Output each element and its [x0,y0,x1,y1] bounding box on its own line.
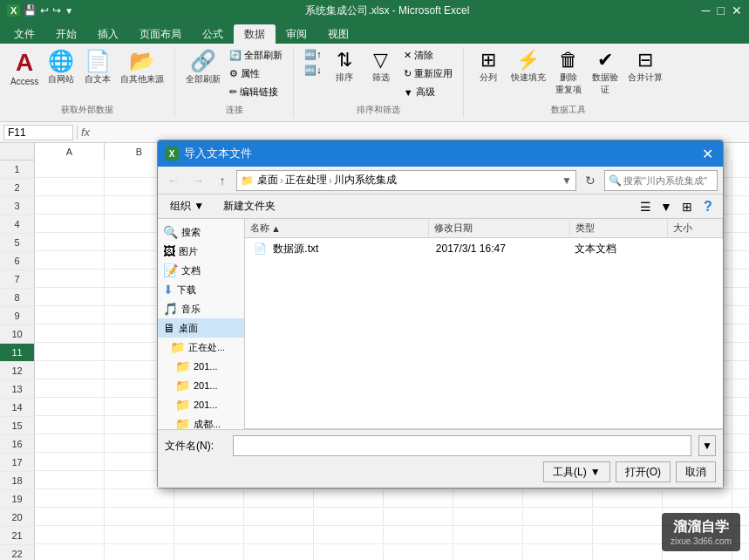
spreadsheet-cell[interactable] [384,509,453,526]
remove-duplicates-button[interactable]: 🗑 删除 重复项 [551,47,586,99]
col-header-name[interactable]: 名称 ▲ [245,219,429,237]
spreadsheet-cell[interactable] [593,545,663,560]
spreadsheet-cell[interactable] [732,307,749,324]
spreadsheet-cell[interactable] [174,490,244,508]
address-refresh-button[interactable]: ↻ [580,170,601,191]
spreadsheet-cell[interactable] [244,527,314,544]
nav-item-docs[interactable]: 📝 文档 [158,261,244,280]
spreadsheet-cell[interactable] [453,509,523,526]
close-button[interactable]: ✕ [732,3,742,17]
spreadsheet-cell[interactable] [732,234,749,251]
cancel-button[interactable]: 取消 [676,461,716,482]
reapply-button[interactable]: ↻ 重新应用 [400,65,456,82]
sort-button[interactable]: ⇅ 排序 [327,47,362,87]
quick-access-dropdown[interactable]: ▼ [65,6,73,16]
access-button[interactable]: A Access [7,47,42,90]
nav-item-folder3[interactable]: 📁 201... [158,395,244,414]
dialog-close-button[interactable]: ✕ [698,145,716,162]
tools-button[interactable]: 工具(L) ▼ [543,461,610,482]
spreadsheet-cell[interactable] [732,417,749,434]
spreadsheet-cell[interactable] [732,270,749,288]
col-header-type[interactable]: 类型 [570,219,668,237]
view-details-button[interactable]: ⊞ [678,197,697,216]
split-columns-button[interactable]: ⊞ 分列 [471,47,506,87]
clear-button[interactable]: ✕ 清除 [400,47,456,64]
spreadsheet-cell[interactable] [523,490,593,508]
spreadsheet-cell[interactable] [35,454,105,471]
spreadsheet-cell[interactable] [732,435,749,453]
refresh-all-button[interactable]: 🔄 全部刷新 [226,47,286,64]
edit-links-button[interactable]: ✏ 编辑链接 [226,84,286,100]
flash-fill-button[interactable]: ⚡ 快速填充 [507,47,549,87]
minimize-button[interactable]: ─ [702,3,711,17]
spreadsheet-cell[interactable] [732,344,749,361]
nav-up-button[interactable]: ↑ [212,170,233,191]
spreadsheet-cell[interactable] [174,527,244,544]
spreadsheet-cell[interactable] [35,160,105,178]
nav-item-folder1[interactable]: 📁 201... [158,357,244,376]
spreadsheet-cell[interactable] [35,215,105,233]
maximize-button[interactable]: □ [718,3,725,17]
address-dropdown-button[interactable]: ▼ [562,174,572,187]
spreadsheet-cell[interactable] [35,252,105,270]
name-box[interactable] [3,125,73,140]
spreadsheet-cell[interactable] [35,344,105,361]
nav-item-processing[interactable]: 📁 正在处... [158,338,244,357]
spreadsheet-cell[interactable] [732,289,749,306]
filename-dropdown-button[interactable]: ▼ [698,435,716,456]
spreadsheet-cell[interactable] [105,545,174,560]
spreadsheet-cell[interactable] [105,509,174,526]
col-header-date[interactable]: 修改日期 [429,219,570,237]
spreadsheet-cell[interactable] [35,417,105,434]
spreadsheet-cell[interactable] [35,325,105,343]
nav-item-chengdu[interactable]: 📁 成都... [158,414,244,429]
spreadsheet-cell[interactable] [105,490,174,508]
spreadsheet-cell[interactable] [314,490,384,508]
filename-input[interactable] [233,435,691,456]
spreadsheet-cell[interactable] [593,509,663,526]
quick-access-undo[interactable]: ↩ [40,4,49,17]
spreadsheet-cell[interactable] [732,490,749,508]
spreadsheet-cell[interactable] [523,527,593,544]
tab-insert[interactable]: 插入 [87,24,129,44]
col-header-size[interactable]: 大小 [668,219,723,237]
search-input[interactable] [623,175,711,186]
spreadsheet-cell[interactable] [314,527,384,544]
spreadsheet-cell[interactable] [384,527,453,544]
nav-item-search[interactable]: 🔍 搜索 [158,222,244,242]
properties-button[interactable]: ⚙ 属性 [226,65,286,82]
spreadsheet-cell[interactable] [35,270,105,288]
filter-button[interactable]: ▽ 筛选 [364,47,398,87]
spreadsheet-cell[interactable] [35,380,105,398]
spreadsheet-cell[interactable] [35,307,105,324]
tab-pagelayout[interactable]: 页面布局 [129,24,192,44]
tab-formulas[interactable]: 公式 [192,24,234,44]
tab-data[interactable]: 数据 [234,24,276,44]
spreadsheet-cell[interactable] [593,490,663,508]
spreadsheet-cell[interactable] [244,509,314,526]
spreadsheet-cell[interactable] [593,527,663,544]
view-list-button[interactable]: ☰ [636,197,655,216]
spreadsheet-cell[interactable] [35,527,105,544]
spreadsheet-cell[interactable] [35,435,105,453]
tab-home[interactable]: 开始 [45,24,87,44]
spreadsheet-cell[interactable] [105,527,174,544]
nav-back-button[interactable]: ← [163,170,184,191]
new-folder-button[interactable]: 新建文件夹 [216,197,283,215]
spreadsheet-cell[interactable] [732,399,749,416]
quick-access-redo[interactable]: ↪ [52,4,61,17]
spreadsheet-cell[interactable] [732,362,749,379]
consolidate-button[interactable]: ⊟ 合并计算 [624,47,666,87]
text-button[interactable]: 📄 自文本 [80,47,115,89]
quick-access-save[interactable]: 💾 [24,4,37,17]
spreadsheet-cell[interactable] [732,252,749,270]
nav-item-desktop[interactable]: 🖥 桌面 [158,318,244,338]
spreadsheet-cell[interactable] [35,472,105,489]
sort-az-button[interactable]: 🔤↑ [301,47,325,62]
spreadsheet-cell[interactable] [523,509,593,526]
spreadsheet-cell[interactable] [732,197,749,215]
spreadsheet-cell[interactable] [35,197,105,215]
spreadsheet-cell[interactable] [453,527,523,544]
file-row-datasource[interactable]: 📄 数据源.txt 2017/3/1 16:47 文本文档 [245,238,723,259]
tab-view[interactable]: 视图 [317,24,359,44]
